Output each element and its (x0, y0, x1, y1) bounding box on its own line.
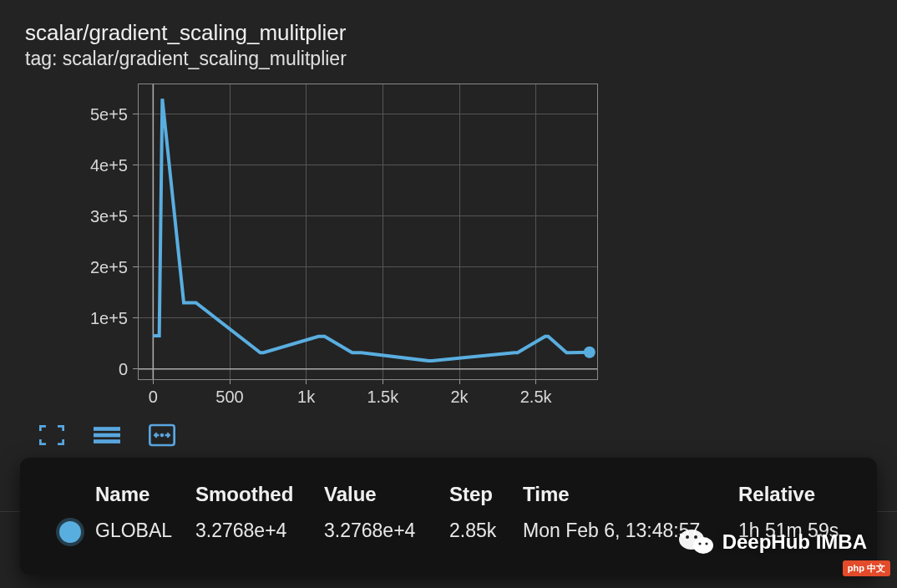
svg-rect-26 (138, 84, 597, 379)
svg-point-36 (698, 542, 701, 545)
x-tick-label: 2k (450, 388, 469, 406)
watermark: DeepHub IMBA (679, 528, 867, 556)
expand-icon (39, 425, 64, 445)
x-tick-label: 500 (215, 388, 243, 406)
svg-point-31 (160, 433, 164, 437)
chart-tag: tag: scalar/gradient_scaling_mulitplier (25, 48, 897, 70)
wechat-icon (679, 528, 714, 556)
svg-point-35 (694, 535, 697, 539)
svg-point-37 (705, 542, 707, 545)
chart-area[interactable]: 01e+52e+53e+54e+55e+505001k1.5k2k2.5k (79, 79, 606, 413)
chart-toolbar (0, 413, 897, 446)
svg-point-34 (686, 535, 689, 539)
chart-svg: 01e+52e+53e+54e+55e+505001k1.5k2k2.5k (79, 79, 606, 413)
th-time: Time (523, 483, 738, 520)
y-tick-label: 1e+5 (90, 309, 128, 327)
chart-header: scalar/gradient_scaling_mulitplier tag: … (0, 0, 897, 70)
th-step: Step (449, 483, 523, 520)
y-tick-label: 4e+5 (90, 156, 128, 175)
y-tick-label: 2e+5 (90, 258, 128, 276)
corner-badge: php 中文 (843, 560, 890, 576)
fit-domain-icon (149, 423, 175, 448)
y-tick-label: 3e+5 (90, 207, 128, 226)
svg-point-33 (693, 537, 713, 554)
th-value: Value (324, 483, 449, 520)
x-tick-label: 0 (149, 388, 158, 406)
x-tick-label: 1k (297, 388, 316, 406)
watermark-text: DeepHub IMBA (722, 530, 867, 554)
expand-chart-button[interactable] (38, 423, 65, 447)
cell-smoothed: 3.2768e+4 (195, 520, 324, 543)
series-line (153, 99, 590, 361)
chart-title: scalar/gradient_scaling_mulitplier (25, 20, 897, 46)
cell-step: 2.85k (449, 520, 523, 543)
cell-name: GLOBAL (95, 520, 195, 543)
th-smoothed: Smoothed (195, 483, 324, 520)
x-tick-label: 2.5k (520, 388, 553, 406)
x-tick-label: 1.5k (367, 388, 399, 406)
current-point-marker (584, 347, 595, 358)
th-name: Name (95, 483, 195, 520)
th-relative: Relative (738, 483, 852, 520)
fit-domain-button[interactable] (149, 423, 175, 447)
value-tooltip-panel: Name Smoothed Value Step Time Relative G… (20, 458, 877, 575)
list-lines-icon (94, 426, 120, 444)
series-color-swatch (59, 521, 81, 543)
y-tick-label: 0 (119, 360, 128, 378)
cell-value: 3.2768e+4 (324, 520, 449, 543)
y-tick-label: 5e+5 (90, 105, 128, 124)
toggle-axis-button[interactable] (94, 423, 120, 447)
